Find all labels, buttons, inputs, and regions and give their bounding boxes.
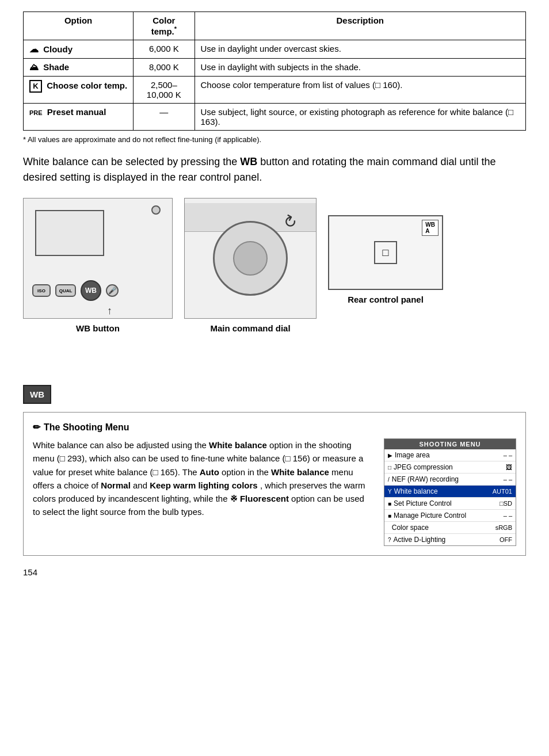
menu-val-pic-ctrl: □SD	[500, 500, 512, 507]
menu-icon-nef: /	[388, 476, 390, 483]
menu-row-d-lighting: ? Active D-Lighting OFF	[384, 534, 516, 545]
fluorescent-bold: ※ Fluorescent	[230, 494, 289, 503]
option-shade: ⛰ Shade	[24, 59, 134, 77]
menu-name-nef: NEF (RAW) recording	[392, 475, 504, 483]
note-text-5: and	[133, 480, 150, 490]
col-header-colortemp: Color temp.*	[134, 12, 195, 40]
rear-wb-badge: WBA	[422, 220, 439, 236]
page-number: 154	[23, 567, 526, 577]
keep-warm-bold: Keep warm lighting colors	[150, 480, 258, 490]
iso-button: ISO	[32, 284, 51, 297]
normal-bold: Normal	[101, 480, 131, 490]
mic-button: 🎤	[106, 284, 119, 297]
table-row: ⛰ Shade 8,000 K Use in daylight with sub…	[24, 59, 526, 77]
dial-outer: ↻	[213, 221, 288, 296]
options-table: Option Color temp.* Description ☁ Cloudy…	[23, 12, 526, 131]
dial-circle-container: ↻	[213, 221, 288, 296]
table-footnote: * All values are approximate and do not …	[23, 135, 526, 144]
menu-val-manage-pic: – –	[504, 512, 512, 519]
menu-name-pic-ctrl: Set Picture Control	[394, 499, 500, 507]
note-title: ✏ The Shooting Menu	[33, 422, 516, 433]
camera-connector	[151, 205, 161, 215]
wb-button: WB	[81, 280, 101, 301]
cloud-icon: ☁	[29, 44, 39, 54]
rear-panel-wrapper: WBA □	[328, 215, 443, 290]
spacer	[23, 350, 526, 385]
menu-row-jpeg: □ JPEG compression 🖼	[384, 461, 516, 474]
menu-val-color-space: sRGB	[495, 524, 512, 531]
note-box: ✏ The Shooting Menu White balance can al…	[23, 412, 526, 556]
option-preset: PRE Preset manual	[24, 104, 134, 131]
shooting-menu-title: SHOOTING MENU	[384, 439, 516, 449]
white-balance-bold-1: White balance	[209, 440, 267, 450]
note-text-1: White balance can also be adjusted using…	[33, 440, 209, 450]
camera-screen	[35, 210, 104, 256]
main-dial-diagram: ↻ Main command dial	[184, 198, 317, 333]
menu-row-manage-pic: ■ Manage Picture Control – –	[384, 510, 516, 522]
desc-preset: Use subject, light source, or existing p…	[195, 104, 525, 131]
note-title-text: The Shooting Menu	[44, 422, 129, 433]
rear-panel-illustration: WBA □	[328, 215, 443, 290]
menu-row-color-space: Color space sRGB	[384, 522, 516, 534]
white-balance-bold-2: White balance	[271, 467, 329, 477]
rear-panel-diagram: WBA □ Rear control panel	[328, 198, 443, 304]
menu-val-image-area: – –	[504, 452, 512, 459]
shooting-menu-img: SHOOTING MENU ▶ Image area – – □ JPEG co…	[384, 438, 516, 546]
mountain-icon: ⛰	[29, 62, 39, 72]
menu-name-image-area: Image area	[395, 451, 504, 459]
menu-icon-d-lighting: ?	[388, 537, 391, 543]
wb-bold: WB	[240, 156, 257, 167]
desc-choose: Choose color temperature from list of va…	[195, 77, 525, 104]
dial-illustration: ↻	[184, 198, 317, 319]
menu-row-image-area: ▶ Image area – –	[384, 449, 516, 461]
menu-icon-manage-pic: ■	[388, 513, 391, 519]
wb-sidebar-container: WB	[23, 385, 526, 404]
menu-name-jpeg: JPEG compression	[394, 463, 506, 471]
option-cloudy: ☁ Cloudy	[24, 40, 134, 59]
menu-row-pic-ctrl: ■ Set Picture Control □SD	[384, 498, 516, 510]
menu-row-wb: Y White balance AUT01	[384, 486, 516, 498]
table-row: PRE Preset manual — Use subject, light s…	[24, 104, 526, 131]
wb-button-label: WB button	[76, 323, 120, 333]
col-header-description: Description	[195, 12, 525, 40]
diagram-row: ISO QUAL WB 🎤 ↑ WB button ↻ Main command…	[23, 198, 526, 333]
wb-arrow: ↑	[107, 305, 112, 317]
dial-inner	[233, 241, 268, 276]
pre-icon: PRE	[29, 109, 43, 116]
rear-panel-label: Rear control panel	[348, 295, 424, 304]
menu-name-wb: White balance	[394, 487, 493, 495]
rear-display-icon: □	[374, 241, 397, 264]
desc-shade: Use in daylight with subjects in the sha…	[195, 59, 525, 77]
body-paragraph: White balance can be selected by pressin…	[23, 154, 526, 185]
menu-name-color-space: Color space	[392, 524, 495, 532]
menu-icon-image-area: ▶	[388, 452, 392, 459]
camera-illustration: ISO QUAL WB 🎤 ↑	[23, 198, 173, 319]
colortemp-shade: 8,000 K	[134, 59, 195, 77]
menu-val-wb: AUT01	[493, 488, 512, 495]
shooting-menu: SHOOTING MENU ▶ Image area – – □ JPEG co…	[384, 438, 516, 546]
note-content: White balance can also be adjusted using…	[33, 438, 516, 546]
pencil-icon: ✏	[33, 422, 40, 433]
menu-icon-color-space	[388, 525, 390, 531]
menu-row-nef: / NEF (RAW) recording – –	[384, 474, 516, 486]
menu-icon-pic-ctrl: ■	[388, 501, 391, 507]
table-row: K Choose color temp. 2,500–10,000 K Choo…	[24, 77, 526, 104]
menu-name-d-lighting: Active D-Lighting	[394, 536, 500, 544]
desc-cloudy: Use in daylight under overcast skies.	[195, 40, 525, 59]
colortemp-preset: —	[134, 104, 195, 131]
colortemp-cloudy: 6,000 K	[134, 40, 195, 59]
menu-icon-wb: Y	[388, 488, 392, 495]
qual-button: QUAL	[55, 284, 76, 297]
wb-button-diagram: ISO QUAL WB 🎤 ↑ WB button	[23, 198, 173, 333]
note-text-3: option in the	[222, 467, 271, 477]
option-choose-color: K Choose color temp.	[24, 77, 134, 104]
menu-val-jpeg: 🖼	[506, 464, 512, 471]
k-icon: K	[29, 80, 42, 93]
camera-dials: ISO QUAL WB 🎤	[32, 280, 119, 301]
col-header-option: Option	[24, 12, 134, 40]
menu-icon-jpeg: □	[388, 464, 391, 471]
colortemp-choose: 2,500–10,000 K	[134, 77, 195, 104]
menu-val-d-lighting: OFF	[500, 536, 512, 543]
wb-sidebar-badge: WB	[23, 385, 51, 404]
note-body-text: White balance can also be adjusted using…	[33, 438, 372, 519]
